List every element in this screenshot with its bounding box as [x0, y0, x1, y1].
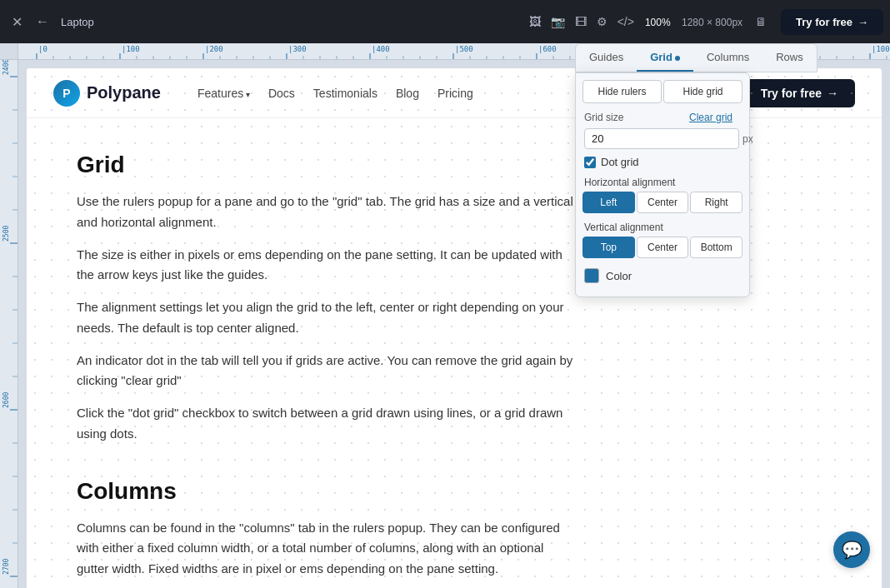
- columns-heading: Columns: [77, 478, 577, 505]
- grid-size-input[interactable]: [584, 128, 739, 149]
- color-row: Color: [576, 263, 749, 288]
- hide-rulers-button[interactable]: Hide rulers: [582, 80, 662, 103]
- toolbar-center: 🖼 📷 🎞 ⚙ </> 100% 1280 × 800px 🖥: [99, 12, 776, 32]
- clear-grid-link[interactable]: Clear grid: [689, 112, 741, 122]
- logo-text: Polypane: [87, 83, 161, 102]
- horizontal-align-buttons: Left Center Right: [576, 192, 749, 218]
- nav-try-free-label: Try for free: [761, 87, 822, 100]
- close-button[interactable]: ✕: [7, 11, 28, 33]
- browser-window: P Polypane Features Docs Testimonials Bl…: [27, 68, 882, 588]
- code-icon[interactable]: </>: [613, 12, 638, 32]
- dot-grid-checkbox[interactable]: [584, 157, 596, 168]
- svg-text:|1000: |1000: [872, 45, 890, 53]
- ruler-tabs: Guides Grid Columns Rows: [575, 43, 818, 72]
- nav-try-free-button[interactable]: Try for free →: [744, 79, 855, 107]
- nav-try-free-arrow: →: [827, 87, 838, 100]
- svg-text:|300: |300: [288, 45, 307, 53]
- toolbar: ✕ ← Laptop 🖼 📷 🎞 ⚙ </> 100% 1280 × 800px…: [0, 0, 890, 43]
- svg-text:|100: |100: [122, 45, 140, 53]
- hide-grid-button[interactable]: Hide grid: [663, 80, 742, 103]
- logo-icon: P: [53, 80, 80, 107]
- svg-text:|500: |500: [455, 45, 473, 53]
- tab-grid[interactable]: Grid: [637, 44, 693, 72]
- grid-heading: Grid: [77, 152, 577, 178]
- site-nav: P Polypane Features Docs Testimonials Bl…: [27, 68, 882, 118]
- zoom-info: 100% 1280 × 800px 🖥: [645, 15, 771, 28]
- monitor-icon[interactable]: 🖥: [751, 12, 771, 32]
- grid-p5: Click the "dot grid" checkbox to switch …: [77, 403, 577, 445]
- device-label: Laptop: [61, 16, 94, 28]
- grid-panel: Hide rulers Hide grid Grid size Clear gr…: [575, 72, 750, 297]
- chat-button[interactable]: 💬: [833, 531, 870, 568]
- panel-top-buttons: Hide rulers Hide grid: [576, 73, 749, 108]
- dot-grid-label: Dot grid: [601, 156, 639, 168]
- tab-grid-label: Grid: [650, 51, 672, 63]
- camera-icon[interactable]: 📷: [547, 12, 569, 32]
- nav-links: Features Docs Testimonials Blog Pricing: [198, 87, 473, 100]
- chat-icon: 💬: [842, 540, 862, 560]
- svg-rect-65: [0, 60, 18, 588]
- toolbar-icons: 🖼 📷 🎞 ⚙ </>: [525, 12, 638, 32]
- try-free-label: Try for free: [796, 16, 852, 28]
- tab-guides[interactable]: Guides: [576, 44, 637, 72]
- grid-p3: The alignment settings let you align the…: [77, 297, 577, 339]
- vertical-alignment-label: Vertical alignment: [576, 218, 749, 237]
- svg-text:|0: |0: [38, 45, 48, 53]
- grid-active-dot: [675, 56, 680, 61]
- svg-text:2600: 2600: [2, 392, 10, 408]
- dot-grid-row: Dot grid: [576, 151, 749, 173]
- grid-p1: Use the rulers popup for a pane and go t…: [77, 192, 577, 233]
- svg-text:|400: |400: [372, 45, 390, 53]
- grid-size-input-row: px: [584, 128, 741, 149]
- svg-text:2400: 2400: [2, 60, 10, 75]
- svg-text:|200: |200: [205, 45, 223, 53]
- horizontal-alignment-label: Horizontal alignment: [576, 173, 749, 192]
- toolbar-left: ✕ ← Laptop: [7, 11, 94, 33]
- screenshot-icon[interactable]: 🖼: [525, 12, 545, 32]
- v-align-top[interactable]: Top: [582, 237, 635, 258]
- h-align-right[interactable]: Right: [690, 192, 742, 213]
- h-align-left[interactable]: Left: [582, 192, 635, 213]
- resolution-value: 1280 × 800px: [682, 17, 742, 28]
- ruler-corner: [0, 43, 18, 60]
- color-label: Color: [606, 270, 632, 282]
- back-button[interactable]: ←: [31, 11, 54, 32]
- vertical-ruler: 2400250026002700: [0, 60, 18, 588]
- grid-size-label: Grid size: [584, 112, 689, 123]
- nav-docs[interactable]: Docs: [268, 87, 295, 100]
- logo-letter: P: [62, 87, 70, 100]
- svg-text:2500: 2500: [2, 226, 10, 242]
- nav-blog[interactable]: Blog: [396, 87, 419, 100]
- settings-icon[interactable]: ⚙: [592, 12, 612, 32]
- color-swatch[interactable]: [584, 268, 599, 283]
- grid-p2: The size is either in pixels or ems depe…: [77, 245, 577, 287]
- v-align-bottom[interactable]: Bottom: [690, 237, 742, 258]
- v-align-center[interactable]: Center: [637, 237, 689, 258]
- media-icon[interactable]: 🎞: [571, 12, 591, 32]
- px-label: px: [742, 133, 753, 145]
- nav-pricing[interactable]: Pricing: [438, 87, 473, 100]
- tab-rows[interactable]: Rows: [762, 44, 817, 72]
- v-ruler-svg: 2400250026002700: [0, 60, 18, 588]
- grid-size-row: Grid size Clear grid: [576, 108, 749, 125]
- zoom-value: 100%: [645, 17, 671, 28]
- grid-p4: An indicator dot in the tab will tell yo…: [77, 351, 577, 392]
- columns-p1: Columns can be found in the "columns" ta…: [77, 518, 577, 580]
- h-align-center[interactable]: Center: [637, 192, 689, 213]
- browser-area: P Polypane Features Docs Testimonials Bl…: [18, 60, 890, 588]
- vertical-align-buttons: Top Center Bottom: [576, 237, 749, 263]
- svg-text:|600: |600: [538, 45, 557, 53]
- nav-testimonials[interactable]: Testimonials: [313, 87, 378, 100]
- try-free-arrow: →: [858, 16, 868, 28]
- nav-features[interactable]: Features: [198, 87, 250, 100]
- site-logo[interactable]: P Polypane: [53, 80, 161, 107]
- tab-columns[interactable]: Columns: [693, 44, 762, 72]
- svg-text:2700: 2700: [2, 559, 10, 575]
- grid-size-section: px: [576, 125, 749, 151]
- page-content: Grid Use the rulers popup for a pane and…: [27, 118, 627, 588]
- try-free-button[interactable]: Try for free →: [781, 9, 883, 35]
